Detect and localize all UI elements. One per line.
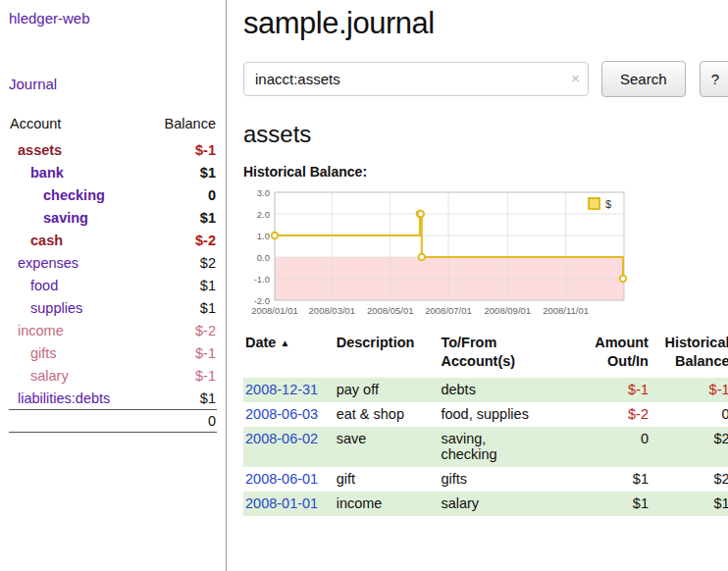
register-row: 2008-06-03 eat & shop food, supplies $-2… bbox=[243, 402, 728, 427]
account-row: supplies $1 bbox=[9, 296, 217, 319]
account-link-bank[interactable]: bank bbox=[30, 165, 64, 181]
svg-text:3.0: 3.0 bbox=[257, 187, 270, 198]
balance-cell: $1 bbox=[654, 492, 728, 516]
svg-text:2008/11/01: 2008/11/01 bbox=[543, 305, 589, 316]
register-header-row: Date ▲ Description To/From Account(s) Am… bbox=[243, 332, 728, 378]
amount-cell: $-2 bbox=[585, 402, 654, 427]
description-cell: pay off bbox=[337, 378, 442, 402]
balance-cell: $-1 bbox=[654, 378, 728, 402]
svg-text:2008/01/01: 2008/01/01 bbox=[251, 305, 298, 316]
search-row: × Search ? bbox=[243, 61, 728, 97]
account-link-income[interactable]: income bbox=[18, 323, 64, 338]
clear-search-icon[interactable]: × bbox=[571, 70, 580, 86]
svg-text:2008/09/01: 2008/09/01 bbox=[485, 305, 532, 316]
account-balance: $1 bbox=[145, 206, 217, 229]
date-link[interactable]: 2008-06-02 bbox=[245, 431, 318, 446]
accounts-col-balance: Balance bbox=[145, 112, 217, 138]
sidebar-item-journal[interactable]: Journal bbox=[9, 76, 57, 92]
balance-cell: $2 bbox=[654, 427, 728, 467]
account-balance: $-1 bbox=[145, 364, 217, 387]
register-table: Date ▲ Description To/From Account(s) Am… bbox=[243, 332, 728, 516]
account-link-liabilities-debts[interactable]: liabilities:debts bbox=[18, 390, 110, 406]
accounts-cell: debts bbox=[441, 378, 585, 402]
accounts-cell: salary bbox=[441, 492, 585, 516]
col-balance: Historical Balance bbox=[654, 332, 728, 378]
account-link-saving[interactable]: saving bbox=[43, 210, 88, 226]
accounts-cell: gifts bbox=[441, 467, 585, 492]
account-row: food $1 bbox=[9, 274, 217, 296]
account-balance: $-2 bbox=[145, 319, 217, 341]
accounts-cell: saving, checking bbox=[441, 427, 585, 467]
register-row: 2008-01-01 income salary $1 $1 bbox=[243, 492, 728, 516]
search-button[interactable]: Search bbox=[601, 61, 686, 97]
register-row: 2008-06-02 save saving, checking 0 $2 bbox=[243, 427, 728, 467]
col-date-sort[interactable]: Date ▲ bbox=[243, 332, 337, 378]
account-balance: $1 bbox=[145, 274, 217, 296]
col-description: Description bbox=[337, 332, 442, 378]
brand-link[interactable]: hledger-web bbox=[9, 10, 90, 26]
date-link[interactable]: 2008-12-31 bbox=[245, 382, 318, 397]
account-link-checking[interactable]: checking bbox=[43, 187, 105, 203]
sidebar: hledger-web Journal Account Balance asse… bbox=[0, 0, 227, 571]
main-content: sample.journal × Search ? assets Histori… bbox=[227, 0, 728, 571]
account-link-food[interactable]: food bbox=[30, 278, 58, 293]
account-row: assets $-1 bbox=[9, 138, 217, 161]
balance-cell: $2 bbox=[654, 467, 728, 492]
account-balance: $1 bbox=[145, 387, 217, 410]
col-accounts: To/From Account(s) bbox=[441, 332, 585, 378]
col-amount: Amount Out/In bbox=[585, 332, 654, 378]
date-link[interactable]: 2008-06-01 bbox=[245, 471, 318, 487]
accounts-total: 0 bbox=[145, 410, 217, 433]
account-balance: $1 bbox=[145, 161, 217, 183]
register-row: 2008-06-01 gift gifts $1 $2 bbox=[243, 467, 728, 492]
description-cell: gift bbox=[337, 467, 442, 492]
hledger-web-app: hledger-web Journal Account Balance asse… bbox=[0, 0, 728, 571]
account-balance: $2 bbox=[145, 251, 217, 274]
account-link-expenses[interactable]: expenses bbox=[18, 255, 78, 271]
description-cell: income bbox=[337, 492, 442, 516]
search-input[interactable] bbox=[243, 62, 589, 96]
date-link[interactable]: 2008-01-01 bbox=[245, 495, 318, 511]
accounts-col-account: Account bbox=[9, 112, 145, 138]
svg-text:2008/07/01: 2008/07/01 bbox=[425, 305, 472, 316]
amount-cell: $1 bbox=[585, 492, 654, 516]
sort-asc-icon: ▲ bbox=[280, 337, 289, 348]
account-link-salary[interactable]: salary bbox=[30, 368, 69, 384]
svg-text:-2.0: -2.0 bbox=[254, 295, 270, 306]
chart-title: Historical Balance: bbox=[243, 164, 728, 180]
account-link-gifts[interactable]: gifts bbox=[30, 345, 57, 361]
accounts-header-row: Account Balance bbox=[9, 112, 217, 138]
svg-text:$: $ bbox=[605, 198, 611, 210]
account-link-cash[interactable]: cash bbox=[30, 233, 63, 248]
page-title: sample.journal bbox=[243, 6, 728, 41]
account-heading: assets bbox=[243, 121, 728, 148]
account-balance: $-1 bbox=[145, 341, 217, 364]
svg-text:-1.0: -1.0 bbox=[254, 274, 270, 285]
accounts-total-row: 0 bbox=[9, 410, 217, 433]
account-row: income $-2 bbox=[9, 319, 217, 341]
accounts-cell: food, supplies bbox=[441, 402, 585, 427]
description-cell: save bbox=[337, 427, 442, 467]
accounts-table: Account Balance assets $-1 bank $1 check… bbox=[9, 112, 217, 433]
account-link-assets[interactable]: assets bbox=[18, 142, 62, 158]
balance-chart: 3.02.01.00.0-1.0-2.02008/01/012008/03/01… bbox=[243, 186, 636, 318]
account-row: gifts $-1 bbox=[9, 341, 217, 364]
amount-cell: 0 bbox=[585, 427, 654, 467]
date-link[interactable]: 2008-06-03 bbox=[245, 406, 318, 422]
account-row: liabilities:debts $1 bbox=[9, 387, 217, 410]
amount-cell: $1 bbox=[585, 467, 654, 492]
svg-text:1.0: 1.0 bbox=[257, 231, 270, 241]
balance-cell: 0 bbox=[654, 402, 728, 427]
account-row: bank $1 bbox=[9, 161, 217, 183]
account-balance: $-2 bbox=[145, 229, 217, 251]
description-cell: eat & shop bbox=[337, 402, 442, 427]
account-row: saving $1 bbox=[9, 206, 217, 229]
svg-text:0.0: 0.0 bbox=[257, 252, 270, 263]
help-button[interactable]: ? bbox=[700, 61, 728, 97]
account-balance: $1 bbox=[145, 296, 217, 319]
register-row: 2008-12-31 pay off debts $-1 $-1 bbox=[243, 378, 728, 402]
account-link-supplies[interactable]: supplies bbox=[30, 300, 82, 316]
amount-cell: $-1 bbox=[585, 378, 654, 402]
account-balance: $-1 bbox=[145, 138, 217, 161]
account-row: expenses $2 bbox=[9, 251, 217, 274]
